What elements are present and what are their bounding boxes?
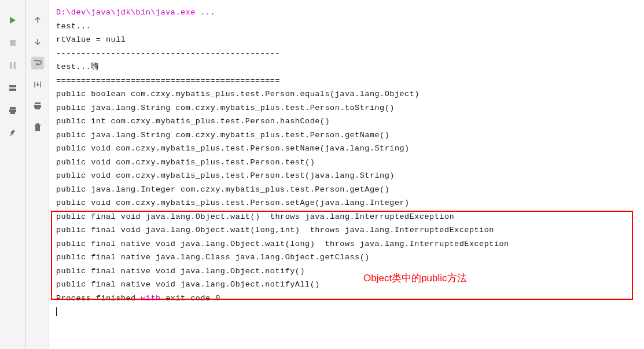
svg-rect-10 [35, 108, 40, 109]
soft-wrap-icon[interactable] [31, 57, 44, 69]
text-cursor [56, 307, 57, 316]
svg-rect-12 [35, 124, 41, 126]
output-line: public java.lang.String com.czxy.mybatis… [56, 128, 637, 142]
output-line: public final native void java.lang.Objec… [56, 264, 637, 278]
print-icon[interactable] [6, 104, 19, 117]
pause-icon[interactable] [6, 59, 19, 72]
finish-keyword: with [141, 294, 160, 303]
output-line: public final native void java.lang.Objec… [56, 278, 637, 292]
svg-rect-7 [10, 112, 15, 114]
layout-icon[interactable] [6, 82, 19, 94]
trash-icon[interactable] [31, 121, 44, 134]
svg-rect-2 [14, 62, 16, 69]
output-line: public final void java.lang.Object.wait(… [56, 210, 637, 224]
run-toolbar [0, 0, 26, 349]
output-line: public boolean com.czxy.mybatis_plus.tes… [56, 87, 637, 101]
output-line: public final void java.lang.Object.wait(… [56, 223, 637, 237]
print-output-icon[interactable] [31, 100, 44, 112]
output-line: public final native void java.lang.Objec… [56, 237, 637, 251]
svg-rect-9 [34, 105, 41, 108]
output-line: public void com.czxy.mybatis_plus.test.P… [56, 196, 637, 210]
output-line: public void com.czxy.mybatis_plus.test.P… [56, 156, 637, 170]
output-line: public final native java.lang.Class java… [56, 251, 637, 264]
output-line: test...嗨 [56, 60, 637, 74]
output-line: public void com.czxy.mybatis_plus.test.P… [56, 169, 637, 183]
process-finished-line: Process finished with exit code 0 [56, 292, 637, 306]
console-output[interactable]: D:\dev\java\jdk\bin\java.exe ... test...… [49, 0, 644, 349]
finish-suffix: exit code 0 [161, 294, 220, 303]
output-line: ----------------------------------------… [56, 47, 637, 61]
pin-icon[interactable] [6, 127, 19, 139]
console-toolbar [26, 0, 49, 349]
output-line: public java.lang.Integer com.czxy.mybati… [56, 183, 637, 197]
svg-rect-13 [36, 123, 39, 124]
output-line: ========================================… [56, 74, 637, 88]
svg-rect-1 [10, 62, 12, 69]
output-line: test... [56, 20, 637, 34]
stop-icon[interactable] [6, 36, 19, 49]
output-line: rtValue = null [56, 33, 637, 47]
cursor-line [56, 305, 637, 319]
down-arrow-icon[interactable] [31, 35, 44, 48]
svg-rect-11 [35, 126, 40, 131]
output-line: public int com.czxy.mybatis_plus.test.Pe… [56, 115, 637, 128]
svg-rect-4 [9, 89, 16, 91]
output-line: public java.lang.String com.czxy.mybatis… [56, 101, 637, 115]
finish-prefix: Process finished [56, 294, 141, 303]
svg-rect-5 [10, 107, 16, 109]
svg-rect-8 [35, 102, 41, 104]
up-arrow-icon[interactable] [31, 14, 44, 27]
scroll-end-icon[interactable] [31, 78, 44, 91]
svg-rect-6 [9, 109, 16, 112]
output-line: public void com.czxy.mybatis_plus.test.P… [56, 142, 637, 156]
annotation-label: Object类中的public方法 [363, 271, 467, 285]
svg-rect-3 [9, 85, 16, 87]
command-line: D:\dev\java\jdk\bin\java.exe ... [56, 6, 637, 20]
run-icon[interactable] [6, 14, 19, 27]
svg-rect-0 [10, 40, 16, 46]
